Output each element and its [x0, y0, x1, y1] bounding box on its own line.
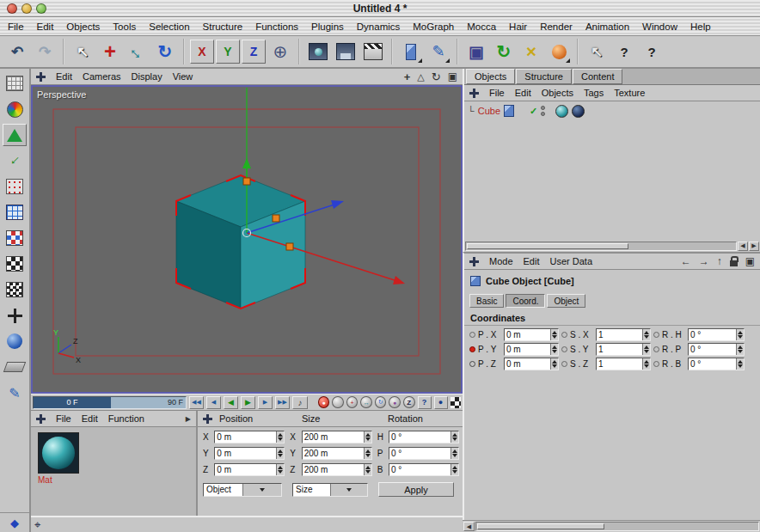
smoothing-tag-icon[interactable] — [555, 105, 568, 118]
hscroll-right-arrow[interactable]: ▶ — [749, 242, 759, 251]
keyframe-dot[interactable] — [469, 332, 475, 338]
mograph-tools-button[interactable]: ↻ — [491, 39, 517, 64]
r-p-input[interactable] — [689, 344, 736, 355]
instance-tools-button[interactable]: ▣ — [463, 39, 489, 64]
keyframe-dot[interactable] — [561, 361, 567, 367]
add-primitive-cube-button[interactable] — [398, 39, 424, 64]
viewport-menu-view[interactable]: View — [173, 71, 193, 82]
stepper[interactable] — [550, 329, 558, 340]
coordinates-section-header[interactable]: Coordinates — [464, 311, 760, 326]
keyframe-dot[interactable] — [469, 346, 475, 352]
record-keyframe-button[interactable]: ● — [318, 396, 330, 408]
viewport-menu-edit[interactable]: Edit — [56, 71, 72, 82]
stepper[interactable] — [276, 448, 284, 459]
tab-coord[interactable]: Coord. — [506, 294, 545, 308]
stepper[interactable] — [736, 329, 744, 340]
apply-button[interactable]: Apply — [378, 482, 454, 497]
materials-menu-edit[interactable]: Edit — [82, 413, 98, 424]
panel-flyout-icon[interactable]: ▶ — [186, 415, 191, 423]
polygons-mode-button[interactable] — [3, 227, 27, 249]
tab-object[interactable]: Object — [547, 294, 585, 308]
help-pointer-button[interactable]: ↖ — [584, 39, 610, 64]
record-position-button[interactable]: + — [346, 396, 359, 408]
previous-key-button[interactable]: ◀ — [206, 396, 221, 409]
spline-pen-sidebar-button[interactable]: ✎ — [3, 382, 27, 404]
autokey-button[interactable] — [332, 396, 344, 408]
stepper[interactable] — [276, 431, 284, 443]
rotate-view-icon[interactable]: ↻ — [432, 70, 441, 83]
p-y-input[interactable] — [505, 344, 550, 355]
material-item[interactable]: Mat — [38, 432, 81, 485]
menu-objects[interactable]: Objects — [65, 21, 101, 32]
texture-mode-button[interactable] — [3, 124, 27, 146]
menu-render[interactable]: Render — [539, 21, 573, 32]
edges-mode-button[interactable] — [3, 201, 27, 223]
menu-help[interactable]: Help — [690, 21, 712, 32]
menu-plugins[interactable]: Plugins — [310, 21, 345, 32]
play-forward-button[interactable]: ▶ — [241, 396, 255, 409]
selection-tool-button[interactable]: ↖ — [70, 39, 95, 64]
am-menu-mode[interactable]: Mode — [489, 256, 513, 266]
hair-tools-button[interactable] — [546, 39, 572, 64]
y-move-handle[interactable] — [243, 178, 250, 185]
keyframe-dot[interactable] — [561, 346, 567, 352]
stepper[interactable] — [450, 431, 458, 443]
viewport-label[interactable]: Perspective — [37, 89, 86, 100]
hscroll-left-arrow[interactable]: ◀ — [738, 242, 748, 251]
menu-edit[interactable]: Edit — [36, 21, 55, 32]
menu-selection[interactable]: Selection — [148, 21, 190, 32]
keyframe-dot[interactable] — [469, 361, 475, 367]
x-move-handle[interactable] — [286, 243, 293, 250]
history-forward-icon[interactable]: → — [699, 255, 709, 267]
undo-button[interactable]: ↶ — [4, 39, 30, 64]
points-mode-button[interactable] — [3, 175, 27, 198]
xpresso-tools-button[interactable]: ✕ — [518, 39, 544, 64]
materials-menu-function[interactable]: Function — [108, 413, 144, 424]
lock-icon[interactable] — [730, 260, 738, 266]
s-z-input[interactable] — [597, 358, 642, 370]
object-axis-mode-button[interactable] — [3, 304, 27, 327]
size-z-input[interactable] — [303, 464, 364, 475]
r-h-input[interactable] — [689, 329, 736, 340]
lock-x-axis-button[interactable]: X — [190, 40, 214, 64]
viewport-canvas[interactable]: Y Z X — [31, 85, 463, 394]
stepper[interactable] — [642, 329, 650, 340]
hscroll-thumb[interactable] — [467, 243, 628, 249]
om-menu-file[interactable]: File — [489, 88, 505, 98]
render-settings-button[interactable] — [360, 39, 386, 64]
panel-handle-icon[interactable] — [203, 414, 212, 424]
om-menu-tags[interactable]: Tags — [584, 88, 604, 98]
render-picture-viewer-button[interactable] — [333, 39, 359, 64]
visibility-dots[interactable] — [541, 106, 545, 116]
phong-tag-icon[interactable] — [572, 105, 585, 118]
goto-start-button[interactable]: ◀◀ — [189, 396, 204, 409]
am-menu-userdata[interactable]: User Data — [550, 256, 593, 266]
next-key-button[interactable]: ▶ — [258, 396, 273, 409]
position-z-input[interactable] — [215, 464, 276, 475]
snap-settings-button[interactable] — [3, 330, 27, 352]
menu-tools[interactable]: Tools — [112, 21, 137, 32]
keyframe-dot[interactable] — [653, 346, 659, 352]
material-thumbnail[interactable] — [38, 432, 79, 474]
menu-dynamics[interactable]: Dynamics — [356, 21, 401, 32]
stepper[interactable] — [736, 358, 744, 370]
tab-basic[interactable]: Basic — [469, 294, 504, 308]
viewport-menu-display[interactable]: Display — [132, 71, 162, 82]
stepper[interactable] — [642, 358, 650, 370]
tab-structure[interactable]: Structure — [516, 69, 572, 84]
z-move-handle[interactable] — [273, 215, 279, 222]
keyframe-dot[interactable] — [561, 332, 567, 338]
pla-mode-button[interactable]: ● — [434, 396, 448, 409]
menu-structure[interactable]: Structure — [202, 21, 244, 32]
menu-file[interactable]: File — [7, 21, 25, 32]
stepper[interactable] — [550, 358, 558, 370]
redo-button[interactable]: ↷ — [32, 39, 58, 64]
size-mode-dropdown[interactable]: Size — [292, 483, 368, 497]
s-y-input[interactable] — [597, 344, 642, 355]
stepper[interactable] — [642, 344, 650, 355]
material-name-label[interactable]: Mat — [38, 474, 81, 485]
keyframe-dot[interactable] — [653, 332, 659, 338]
object-row-cube[interactable]: └ Cube ✓ — [468, 104, 757, 118]
keyframe-dot[interactable] — [653, 361, 659, 367]
help-browser-button[interactable]: ? — [639, 39, 665, 64]
